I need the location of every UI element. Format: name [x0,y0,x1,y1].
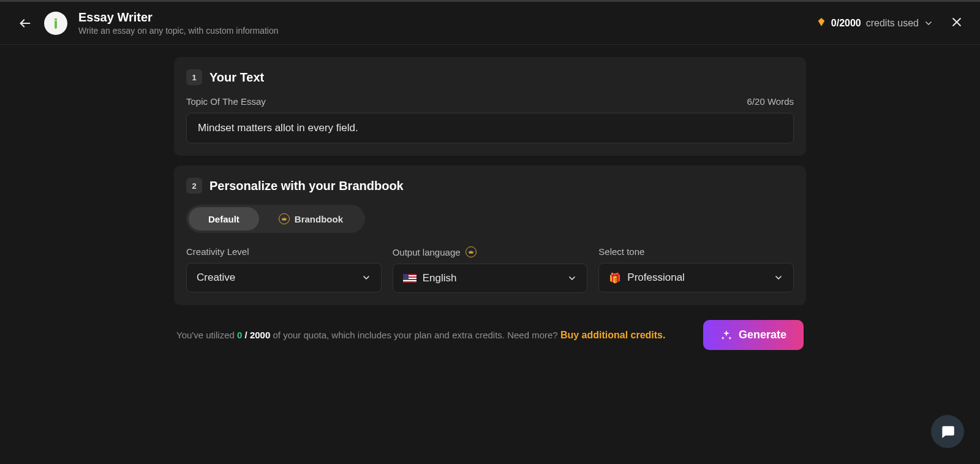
chat-fab[interactable] [931,415,964,448]
topic-input[interactable] [186,113,794,143]
app-icon [44,12,67,35]
brandbook-toggle: Default Brandbook [186,205,365,233]
pill-default[interactable]: Default [189,207,259,230]
close-icon [951,16,963,28]
quota-suffix: of your quota, which includes your plan … [270,330,560,340]
quota-prefix: You've utilized [176,330,237,340]
chevron-down-icon [567,273,577,283]
chat-icon [940,424,956,439]
pill-brandbook[interactable]: Brandbook [259,207,363,230]
chevron-down-icon [774,273,783,283]
language-block: Output language English [393,246,588,293]
main-content: 1 Your Text Topic Of The Essay 6/20 Word… [172,57,809,350]
back-button[interactable] [15,13,36,34]
quota-sep: / [242,330,250,340]
language-label-text: Output language [393,247,461,257]
generate-label: Generate [739,329,786,341]
header: Essay Writer Write an essay on any topic… [0,2,980,45]
step-badge-2: 2 [186,178,202,194]
pill-brandbook-label: Brandbook [295,214,343,224]
credits-label: credits used [866,18,919,29]
tone-label: Select tone [598,246,794,257]
us-flag-icon [403,274,417,283]
sparkle-icon [720,329,733,341]
page-subtitle: Write an essay on any topic, with custom… [78,26,816,36]
topic-label: Topic Of The Essay [186,96,266,107]
creativity-select[interactable]: Creative [186,263,382,292]
pill-default-label: Default [208,214,239,224]
generate-button[interactable]: Generate [703,320,804,350]
section-personalize: 2 Personalize with your Brandbook Defaul… [174,165,806,305]
language-label: Output language [393,246,588,257]
header-titles: Essay Writer Write an essay on any topic… [78,10,816,36]
credits-used: 0/2000 [831,18,861,29]
tone-value: Professional [627,272,685,284]
tone-block: Select tone 🎁 Professional [598,246,794,293]
word-count: 6/20 Words [747,96,794,107]
quota-text: You've utilized 0 / 2000 of your quota, … [176,330,665,341]
chevron-down-icon [924,18,933,28]
language-value: English [423,272,457,284]
credits-dropdown[interactable]: 0/2000 credits used [816,17,933,29]
crown-icon [466,246,477,257]
pencil-icon [48,15,63,31]
gift-icon: 🎁 [609,272,621,284]
creativity-block: Creativity Level Creative [186,246,382,293]
tone-select[interactable]: 🎁 Professional [598,263,794,292]
footer-row: You've utilized 0 / 2000 of your quota, … [174,315,806,350]
buy-credits-link[interactable]: Buy additional credits. [560,330,666,340]
language-select[interactable]: English [393,264,588,293]
page-title: Essay Writer [78,10,816,25]
section-title-1: Your Text [209,70,264,85]
step-badge-1: 1 [186,69,202,85]
diamond-icon [816,17,826,29]
close-button[interactable] [948,13,965,33]
arrow-left-icon [18,17,32,30]
creativity-label: Creativity Level [186,246,382,257]
quota-total: 2000 [250,330,270,340]
chevron-down-icon [361,273,371,283]
crown-icon [279,213,290,224]
creativity-value: Creative [197,272,235,284]
section-your-text: 1 Your Text Topic Of The Essay 6/20 Word… [174,57,806,156]
section-title-2: Personalize with your Brandbook [209,179,404,193]
